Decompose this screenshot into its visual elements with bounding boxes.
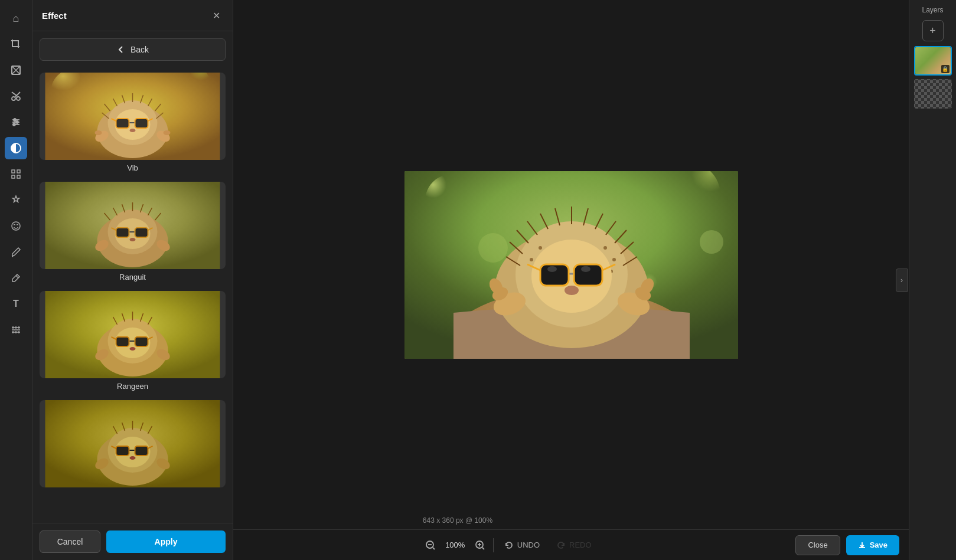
effect-item-vib[interactable]: Vib [40, 73, 226, 172]
back-button[interactable]: Back [40, 38, 226, 61]
apply-button[interactable]: Apply [106, 530, 226, 553]
effect-label-rangeen: Rangeen [40, 382, 226, 391]
svg-rect-56 [135, 228, 148, 237]
tool-pattern[interactable] [5, 319, 27, 341]
undo-button[interactable]: UNDO [498, 538, 546, 552]
save-label: Save [870, 541, 888, 549]
undo-label: UNDO [517, 541, 540, 549]
svg-point-130 [612, 258, 616, 261]
zoom-in-button[interactable] [472, 537, 488, 554]
svg-point-1 [12, 97, 15, 100]
effect-label-vib: Vib [40, 163, 226, 172]
svg-point-39 [130, 129, 136, 132]
svg-rect-9 [12, 170, 15, 173]
svg-rect-94 [135, 446, 148, 456]
collapse-icon: › [900, 276, 903, 284]
svg-rect-10 [17, 170, 20, 173]
tool-effects[interactable] [5, 137, 27, 159]
svg-rect-74 [116, 337, 129, 346]
bottom-bar: 100% UNDO [233, 529, 909, 560]
effect-thumb-4 [40, 400, 226, 487]
svg-rect-75 [135, 337, 148, 346]
left-toolbar: ⌂ [0, 0, 32, 560]
svg-point-126 [539, 246, 542, 250]
svg-point-81 [130, 347, 136, 351]
effect-thumb-ranguit [40, 182, 226, 269]
tool-magic[interactable] [5, 189, 27, 211]
effect-item-4[interactable] [40, 400, 226, 491]
tool-brush[interactable] [5, 241, 27, 263]
svg-rect-32 [116, 119, 129, 128]
layer-thumb-1[interactable]: 🔒 [914, 46, 952, 76]
tool-grid[interactable] [5, 163, 27, 185]
effect-panel: Effect ✕ Back [32, 0, 233, 560]
svg-point-62 [130, 238, 136, 241]
svg-rect-93 [116, 446, 129, 456]
main-image-svg [404, 171, 738, 359]
bottom-right: Close Save [795, 535, 899, 555]
svg-point-107 [478, 233, 508, 263]
svg-point-7 [16, 121, 18, 123]
close-editor-button[interactable]: Close [795, 535, 840, 555]
svg-rect-55 [116, 228, 129, 237]
tool-pen[interactable] [5, 267, 27, 289]
zoom-value: 100% [443, 541, 467, 549]
close-panel-button[interactable]: ✕ [209, 8, 223, 22]
effect-item-rangeen[interactable]: Rangeen [40, 291, 226, 391]
svg-point-104 [425, 174, 478, 227]
tool-sticker[interactable] [5, 215, 27, 237]
save-button[interactable]: Save [846, 535, 899, 555]
svg-point-141 [581, 266, 590, 272]
cancel-button[interactable]: Cancel [40, 530, 100, 553]
svg-point-142 [565, 286, 579, 295]
effect-label-ranguit: Ranguit [40, 273, 226, 281]
tool-home[interactable]: ⌂ [5, 7, 27, 30]
image-info: 643 x 360 px @ 100% [423, 516, 492, 525]
svg-point-127 [530, 258, 533, 261]
effect-thumb-vib [40, 73, 226, 160]
tool-cut[interactable] [5, 85, 27, 107]
zoom-out-button[interactable] [422, 537, 439, 554]
svg-point-129 [603, 246, 607, 250]
canvas-workspace [233, 0, 909, 529]
panel-footer: Cancel Apply [32, 523, 233, 560]
effect-item-ranguit[interactable]: Ranguit [40, 182, 226, 281]
effects-list: Vib [32, 68, 233, 523]
effect-thumb-rangeen [40, 291, 226, 378]
svg-point-13 [12, 222, 20, 230]
back-label: Back [130, 45, 149, 54]
redo-label: REDO [569, 541, 592, 549]
svg-line-155 [482, 548, 484, 549]
svg-point-2 [17, 97, 20, 100]
svg-point-6 [14, 119, 16, 121]
tool-crop[interactable] [5, 33, 27, 55]
svg-point-140 [547, 266, 557, 272]
layer-transparent[interactable] [914, 79, 952, 109]
tool-text[interactable]: T [5, 293, 27, 315]
svg-point-41 [95, 130, 102, 135]
canvas-area: 643 x 360 px @ 100% 100% [233, 0, 909, 560]
svg-rect-12 [17, 175, 20, 178]
layer-lock-icon: 🔒 [941, 65, 950, 73]
svg-rect-11 [12, 175, 15, 178]
svg-point-43 [164, 130, 171, 135]
main-image [404, 171, 738, 359]
panel-title: Effect [42, 11, 67, 21]
svg-point-108 [700, 230, 723, 254]
tool-adjust[interactable] [5, 111, 27, 133]
svg-point-100 [130, 456, 136, 460]
layers-title: Layers [922, 6, 943, 14]
layers-panel: Layers + 🔒 › [909, 0, 956, 560]
panel-header: Effect ✕ [32, 0, 233, 31]
tool-resize[interactable] [5, 59, 27, 81]
collapse-layers-button[interactable]: › [896, 268, 908, 292]
add-layer-button[interactable]: + [922, 20, 944, 41]
redo-button[interactable]: REDO [550, 538, 598, 552]
svg-rect-33 [135, 119, 148, 128]
svg-point-8 [13, 123, 15, 126]
svg-line-151 [433, 548, 435, 549]
